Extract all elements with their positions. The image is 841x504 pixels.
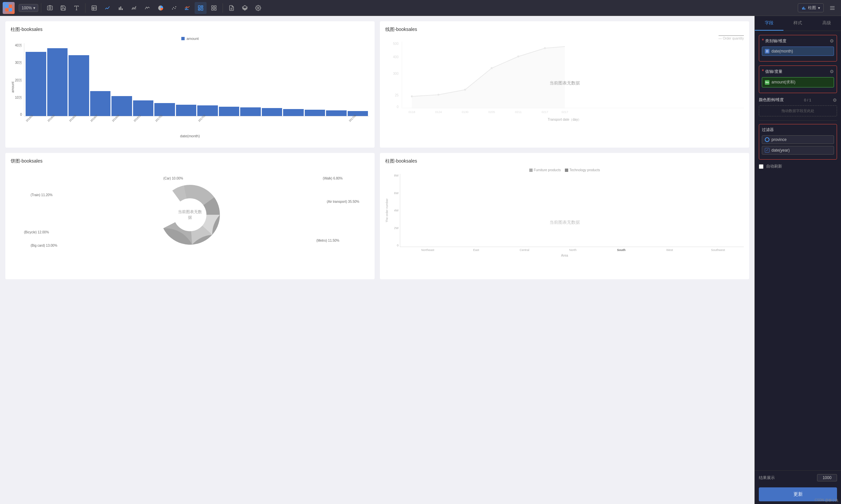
separator-2 [85, 3, 86, 13]
pie-no-data: 当前图表无数据 [177, 209, 203, 220]
filter-header: 过滤器 [762, 127, 834, 133]
value-axis-settings-icon[interactable]: ⚙ [830, 69, 834, 74]
svg-rect-1 [9, 5, 12, 8]
filter-province-label: province [771, 137, 786, 142]
screenshot-btn[interactable] [44, 2, 56, 14]
svg-point-34 [257, 7, 259, 8]
layers-btn[interactable] [239, 2, 251, 14]
svg-text:0217: 0217 [542, 110, 548, 114]
settings-btn[interactable] [252, 2, 264, 14]
auto-refresh-row: 自动刷新 [759, 164, 837, 169]
toolbar: 100% ▾ [0, 0, 841, 16]
category-axis-settings-icon[interactable]: ⚙ [830, 38, 834, 43]
filter-date-year: ✓ date(year) [762, 146, 834, 155]
svg-text:500: 500 [393, 42, 399, 46]
grouped-no-data: 当前图表无数据 [549, 219, 580, 226]
divider-1 [759, 120, 837, 121]
province-filter-icon [765, 137, 770, 142]
chevron-down-icon: ▾ [33, 6, 35, 10]
svg-rect-14 [122, 8, 123, 10]
filter-date-year-label: date(year) [771, 148, 790, 152]
color-legend-settings-icon[interactable]: ⚙ [833, 97, 837, 103]
save-btn[interactable] [57, 2, 69, 14]
south-label: South [598, 248, 644, 252]
svg-rect-25 [201, 8, 203, 10]
bar-chart-legend: amount [11, 37, 369, 40]
zoom-value: 100% [22, 6, 32, 10]
grouped-legend: Furniture products Technology products [385, 168, 744, 172]
grouped-bars-area [400, 174, 744, 247]
y-axis-label: amount [11, 82, 15, 93]
watermark: CSDN @柳小兔 [815, 498, 838, 503]
bars-area [24, 43, 369, 116]
scatter-btn[interactable] [168, 2, 180, 14]
dashboard-btn[interactable] [195, 2, 207, 14]
panel-content: * 类别轴/维度 ⚙ 日 date(month) * 值轴/度量 ⚙ No [755, 31, 841, 470]
line-chart-btn[interactable] [102, 2, 113, 14]
legend-furniture-color [529, 168, 532, 172]
zoom-control[interactable]: 100% ▾ [19, 4, 38, 12]
value-axis-label: 值轴/度量 [765, 69, 830, 74]
svg-marker-54 [412, 47, 565, 108]
table-btn[interactable] [88, 2, 100, 14]
line-no-data: 当前图表无数据 [549, 80, 580, 86]
category-axis-section: * 类别轴/维度 ⚙ 日 date(month) [759, 35, 837, 61]
chart-type-selector[interactable]: 柱图 ▾ [798, 3, 824, 12]
bar-chart-btn[interactable] [115, 2, 127, 14]
right-panel: 字段 样式 高级 * 类别轴/维度 ⚙ 日 date(month) [754, 16, 841, 504]
svg-point-18 [174, 8, 175, 9]
filter-section: 过滤器 province ✓ date(year) [759, 124, 837, 160]
bar-chart-icon [801, 6, 806, 10]
bar-2 [69, 55, 89, 116]
main-container: 柱图-booksales amount amount 40万 30万 20万 1… [0, 16, 841, 504]
tab-style[interactable]: 样式 [784, 16, 812, 31]
report-btn[interactable] [226, 2, 238, 14]
svg-text:0217: 0217 [562, 110, 568, 114]
value-axis-section: * 值轴/度量 ⚙ No amount(求和) [759, 66, 837, 93]
color-legend-label: 颜色图例/维度 [759, 97, 784, 103]
pie-area: (Car) 10.00% (Walk) 6.80% (Train) 11.20%… [11, 168, 369, 261]
combo-btn[interactable] [181, 2, 193, 14]
bar-11 [262, 108, 282, 116]
category-axis-label: 类别轴/维度 [765, 38, 830, 44]
svg-rect-29 [212, 8, 213, 10]
text-btn[interactable] [71, 2, 83, 14]
grouped-bar-card: 柱图-booksales Furniture products Technolo… [380, 153, 749, 279]
auto-refresh-checkbox[interactable] [759, 164, 764, 169]
more-options-btn[interactable] [826, 2, 838, 14]
grid-btn[interactable] [208, 2, 220, 14]
svg-text:0124: 0124 [435, 110, 442, 114]
dropdown-icon: ▾ [818, 6, 820, 10]
required-star-1: * [762, 38, 764, 44]
separator-3 [223, 3, 223, 13]
value-axis-header: * 值轴/度量 ⚙ [762, 69, 834, 74]
tab-advanced[interactable]: 高级 [812, 16, 841, 31]
legend-tech: Technology products [565, 168, 600, 172]
y-axis: 40万 30万 20万 10万 0 [11, 43, 24, 116]
grouped-bar-title: 柱图-booksales [385, 158, 744, 164]
legend-furniture: Furniture products [529, 168, 561, 172]
svg-text:25: 25 [395, 93, 399, 97]
line2-btn[interactable] [141, 2, 153, 14]
svg-rect-21 [186, 7, 187, 10]
chart-type-label: 柱图 [808, 5, 816, 11]
category-axis-field: 日 date(month) [762, 47, 834, 56]
svg-rect-27 [212, 6, 213, 7]
category-axis-header: * 类别轴/维度 ⚙ [762, 38, 834, 44]
app-logo [3, 2, 15, 14]
tab-fields[interactable]: 字段 [755, 16, 784, 31]
svg-rect-13 [120, 6, 121, 10]
x-axis-title: date(month) [11, 134, 369, 138]
pie-label-air: (Air transport) 35.50% [327, 198, 359, 204]
pie-label-bigcard: (Big card) 13.00% [31, 242, 57, 248]
pie-label-car: (Car) 10.00% [163, 175, 183, 181]
bar-13 [305, 110, 325, 116]
grouped-y-axis: 8W 6W 4W 2W 0 [390, 174, 400, 247]
grouped-bar-plot: The order number 8W 6W 4W 2W 0 [385, 174, 744, 247]
bar-9 [219, 107, 240, 116]
pie-chart-btn[interactable] [155, 2, 167, 14]
value-axis-field: No amount(求和) [762, 77, 834, 87]
bar-10 [240, 107, 261, 116]
result-input[interactable] [817, 474, 837, 481]
area-chart-btn[interactable] [128, 2, 140, 14]
